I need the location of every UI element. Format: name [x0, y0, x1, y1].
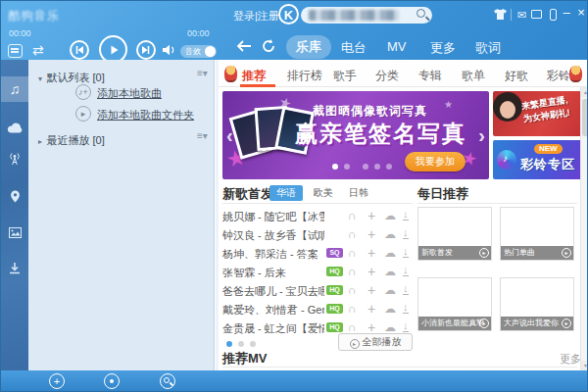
phone-transfer-icon[interactable] — [550, 9, 557, 21]
carousel-dot[interactable] — [332, 164, 338, 170]
tab-album[interactable]: 专辑 — [418, 68, 442, 84]
add-icon[interactable]: + — [368, 320, 375, 334]
cloud-collect-icon[interactable]: ☁ — [384, 320, 396, 334]
tab-recommend[interactable]: 推荐 — [242, 68, 266, 84]
kugou-logo[interactable]: K — [278, 4, 299, 24]
scroll-down-icon[interactable]: ▾ — [581, 361, 588, 370]
previous-button[interactable] — [70, 40, 89, 60]
collapse-icon[interactable]: ▾ — [38, 74, 42, 83]
add-icon[interactable]: + — [368, 283, 375, 297]
add-local-folder-link[interactable]: 添加本地歌曲文件夹 — [97, 108, 194, 122]
rail-mv[interactable] — [1, 220, 28, 245]
default-list-row[interactable]: ▾ 默认列表 [0] — [38, 68, 105, 85]
nav-tab-radio[interactable]: 电台 — [341, 39, 367, 57]
song-title[interactable]: 杨坤、郭采洁 - 答案 — [222, 247, 324, 262]
song-row[interactable]: 戴爱玲、刘惜君 - Gent... HQ ∩+☁↓ — [219, 300, 415, 318]
filter-western[interactable]: 欧美 — [307, 185, 340, 201]
daily-tile[interactable]: 热门单曲 ▸ — [500, 207, 574, 261]
promo-banner[interactable]: ★ ★ ★ ★ 截图晒偶像歌词写真 赢亲笔签名写真 我要参加 ‹ › — [222, 91, 489, 179]
play-mode-icon[interactable]: ⇄ — [32, 42, 44, 58]
filter-chinese[interactable]: 华语 — [270, 185, 303, 201]
song-row[interactable]: 钟汉良 - 故乡香【试听... ∩+☁↓ — [219, 225, 415, 244]
refresh-icon[interactable] — [262, 39, 275, 53]
tab-goodsongs[interactable]: 好歌 — [505, 68, 528, 84]
add-music-button[interactable]: + — [49, 373, 65, 389]
song-title[interactable]: 钟汉良 - 故乡香【试听... — [222, 228, 324, 243]
carousel-prev-icon[interactable]: ‹ — [226, 124, 233, 147]
download-song-icon[interactable]: ↓ — [403, 283, 409, 295]
expand-icon[interactable]: ▸ — [38, 137, 42, 146]
daily-tile[interactable]: 大声说出我爱你 ▸ — [500, 277, 574, 331]
join-button[interactable]: 我要参加 — [405, 152, 466, 172]
ringtone-banner[interactable]: NEW 彩铃专区 — [493, 140, 583, 179]
tile-play-icon[interactable]: ▸ — [479, 318, 489, 328]
song-title[interactable]: 姚贝娜 - 随它吧【冰雪... — [222, 210, 324, 224]
nav-tab-lyrics[interactable]: 歌词 — [475, 39, 501, 57]
song-row[interactable]: 杨坤、郭采洁 - 答案 SQ ∩+☁↓ — [219, 244, 415, 263]
mini-mode-icon[interactable] — [531, 10, 542, 19]
nav-tab-mv[interactable]: MV — [387, 39, 407, 54]
nav-tab-library[interactable]: 乐库 — [286, 35, 331, 59]
carousel-dot[interactable] — [374, 164, 380, 170]
listen-icon[interactable]: ∩ — [348, 283, 357, 297]
live-banner[interactable]: 来繁星直播, 为女神刷礼! — [493, 91, 583, 136]
listen-icon[interactable]: ∩ — [348, 209, 357, 222]
back-icon[interactable] — [236, 40, 252, 52]
page-dot[interactable] — [226, 341, 232, 347]
tile-play-icon[interactable]: ▸ — [479, 248, 489, 258]
filter-japankorea[interactable]: 日韩 — [342, 185, 375, 201]
add-song-icon[interactable]: ♪+ — [75, 84, 91, 100]
download-song-icon[interactable]: ↓ — [403, 246, 409, 258]
cloud-collect-icon[interactable]: ☁ — [384, 265, 396, 278]
carousel-dot[interactable] — [344, 164, 350, 170]
rail-cloud[interactable] — [1, 115, 28, 140]
carousel-dot[interactable] — [386, 164, 392, 170]
content-scrollbar[interactable]: ▴ ▾ — [580, 87, 588, 370]
cloud-collect-icon[interactable]: ☁ — [384, 246, 396, 260]
song-row[interactable]: 爸爸去哪儿 - 宝贝去哪... HQ ∩+☁↓ — [219, 281, 415, 300]
tile-play-icon[interactable]: ▸ — [562, 248, 571, 258]
add-icon[interactable]: + — [368, 265, 375, 278]
locate-song-button[interactable] — [160, 373, 175, 389]
listen-icon[interactable]: ∩ — [348, 246, 357, 260]
toggle-knob[interactable] — [205, 46, 216, 57]
add-icon[interactable]: + — [368, 302, 375, 316]
next-button[interactable] — [136, 40, 156, 60]
recent-menu-icon[interactable]: ≡▾ — [197, 130, 208, 141]
listen-icon[interactable]: ∩ — [348, 265, 357, 278]
volume-icon[interactable] — [162, 44, 176, 56]
recent-played-row[interactable]: ▸ 最近播放 [0] — [38, 130, 105, 148]
carousel-dot[interactable] — [363, 164, 368, 170]
song-row[interactable]: 姚贝娜 - 随它吧【冰雪... ∩+☁↓ — [219, 207, 415, 225]
song-title[interactable]: 张智霖 - 后来 — [222, 266, 324, 280]
daily-tile[interactable]: 新歌首发 ▸ — [417, 207, 492, 261]
rail-download[interactable] — [1, 256, 28, 281]
tab-ranking[interactable]: 排行榜 — [287, 68, 322, 84]
skin-icon[interactable] — [494, 9, 507, 20]
page-dot[interactable] — [238, 341, 244, 347]
song-row[interactable]: 张智霖 - 后来 HQ ∩+☁↓ — [219, 263, 415, 281]
cloud-collect-icon[interactable]: ☁ — [384, 283, 396, 297]
page-dot[interactable] — [250, 341, 256, 347]
minimize-button[interactable]: – — [560, 5, 573, 20]
download-song-icon[interactable]: ↓ — [403, 320, 409, 332]
recent-played-label[interactable]: 最近播放 [0] — [46, 134, 104, 146]
search-icon[interactable] — [416, 9, 425, 18]
list-menu-icon[interactable]: ≡▾ — [197, 68, 208, 78]
download-song-icon[interactable]: ↓ — [403, 227, 409, 239]
listen-icon[interactable]: ∩ — [348, 227, 357, 241]
tile-play-icon[interactable]: ▸ — [562, 318, 571, 328]
carousel-next-icon[interactable]: › — [478, 124, 485, 147]
scrollbar-thumb[interactable] — [582, 99, 588, 136]
rail-location[interactable] — [1, 183, 28, 209]
login-register-link[interactable]: 登录|注册 — [233, 9, 279, 24]
listen-icon[interactable]: ∩ — [348, 320, 357, 334]
cloud-collect-icon[interactable]: ☁ — [384, 209, 396, 222]
default-list-label[interactable]: 默认列表 [0] — [46, 72, 104, 83]
rail-radio[interactable] — [1, 146, 28, 172]
listen-icon[interactable]: ∩ — [348, 302, 357, 316]
mv-more-link[interactable]: 更多 — [560, 352, 581, 367]
tab-ringtone[interactable]: 彩铃 — [547, 68, 570, 84]
sound-effect-toggle[interactable]: 音效 — [180, 45, 217, 58]
download-song-icon[interactable]: ↓ — [403, 302, 409, 314]
